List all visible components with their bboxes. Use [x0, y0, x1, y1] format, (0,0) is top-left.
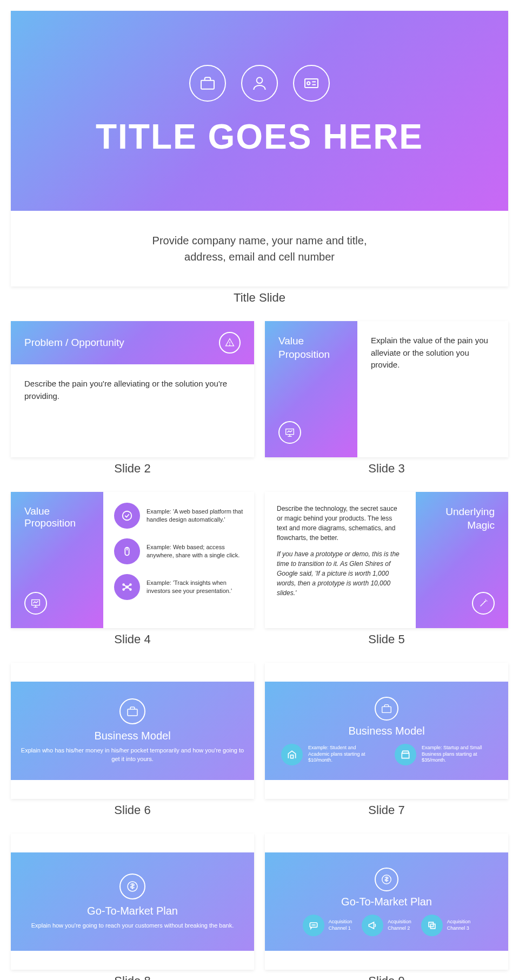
- svg-rect-0: [201, 81, 214, 89]
- briefcase-icon: [189, 65, 226, 102]
- svg-rect-27: [128, 709, 137, 716]
- s8-desc: Explain how you're going to reach your c…: [31, 922, 234, 930]
- s3-body: Explain the value of the pain you allevi…: [357, 321, 508, 457]
- s5-p2: If you have a prototype or demo, this is…: [277, 549, 404, 598]
- s9-mid: Go-To-Market Plan Acquisition Channel 1 …: [265, 852, 508, 951]
- briefcase-icon: [119, 698, 145, 724]
- s2-label: Slide 2: [11, 462, 254, 476]
- s9-a1: Acquisition Channel 1: [329, 919, 352, 931]
- svg-point-14: [123, 511, 132, 521]
- s7-title: Business Model: [348, 725, 424, 737]
- title-top: TITLE GOES HERE: [11, 11, 508, 211]
- warning-icon: [219, 332, 241, 354]
- s5-body: Describe the technology, the secret sauc…: [265, 492, 416, 628]
- svg-line-26: [481, 601, 487, 606]
- s6-mid: Business Model Explain who has his/her m…: [11, 682, 254, 780]
- wand-icon: [472, 592, 495, 615]
- svg-point-3: [307, 82, 310, 84]
- svg-rect-28: [382, 706, 391, 712]
- id-card-icon: [293, 65, 330, 102]
- svg-point-36: [315, 924, 315, 925]
- building-icon: [281, 744, 303, 765]
- s3-left: Value Proposition: [265, 321, 357, 457]
- s4-left: Value Proposition: [11, 492, 103, 628]
- s8-mid: Go-To-Market Plan Explain how you're goi…: [11, 852, 254, 951]
- s6-title: Business Model: [94, 730, 170, 742]
- presentation-icon: [24, 592, 47, 615]
- dollar-icon: [119, 874, 145, 899]
- title-subtitle: Provide company name, your name and titl…: [11, 211, 508, 286]
- slide-2: Problem / Opportunity Describe the pain …: [11, 321, 254, 457]
- s5-right: Underlying Magic: [416, 492, 508, 628]
- s3-title: Value Proposition: [278, 335, 344, 361]
- s2-title: Problem / Opportunity: [24, 337, 124, 349]
- slide-6: Business Model Explain who has his/her m…: [11, 663, 254, 799]
- s4-i2: Example: Web based; access anywhere, sha…: [147, 543, 243, 560]
- user-icon: [241, 65, 278, 102]
- s2-body: Describe the pain you're alleviating or …: [11, 364, 254, 416]
- s6-label: Slide 6: [11, 803, 254, 817]
- s5-title: Underlying Magic: [445, 505, 495, 532]
- s7-label: Slide 7: [265, 803, 508, 817]
- svg-point-34: [312, 924, 312, 925]
- title-slide: TITLE GOES HERE Provide company name, yo…: [11, 11, 508, 286]
- slide-5: Describe the technology, the secret sauc…: [265, 492, 508, 628]
- s9-a3: Acquisition Channel 3: [447, 919, 471, 931]
- s2-header: Problem / Opportunity: [11, 321, 254, 364]
- svg-point-7: [230, 345, 230, 345]
- s7-mid: Business Model Example: Student and Acad…: [265, 682, 508, 780]
- presentation-icon: [278, 421, 301, 444]
- s4-items: Example: 'A web based platform that hand…: [103, 492, 254, 628]
- slide-8: Go-To-Market Plan Explain how you're goi…: [11, 834, 254, 970]
- slide-7: Business Model Example: Student and Acad…: [265, 663, 508, 799]
- svg-point-35: [313, 924, 314, 925]
- check-icon: [114, 503, 140, 529]
- s4-label: Slide 4: [11, 632, 254, 646]
- megaphone-icon: [362, 915, 383, 936]
- network-icon: [114, 574, 140, 600]
- s7-i1: Example: Student and Academic plans star…: [308, 745, 378, 764]
- s5-p1: Describe the technology, the secret sauc…: [277, 504, 404, 543]
- shop-icon: [395, 744, 416, 765]
- dollar-icon: [375, 868, 398, 891]
- s5-label: Slide 5: [265, 632, 508, 646]
- s4-title: Value Proposition: [24, 505, 90, 529]
- s4-i3: Example: 'Track insights when investors …: [147, 579, 243, 596]
- s9-title: Go-To-Market Plan: [341, 896, 432, 908]
- s9-label: Slide 9: [265, 974, 508, 980]
- s8-label: Slide 8: [11, 974, 254, 980]
- s7-i2: Example: Startup and Small Business plan…: [422, 745, 492, 764]
- title-label: Title Slide: [11, 291, 508, 305]
- s4-i1: Example: 'A web based platform that hand…: [147, 508, 243, 524]
- slide-4: Value Proposition Example: 'A web based …: [11, 492, 254, 628]
- main-title: TITLE GOES HERE: [96, 117, 423, 157]
- s8-title: Go-To-Market Plan: [87, 905, 178, 917]
- s3-label: Slide 3: [265, 462, 508, 476]
- s6-desc: Explain who has his/her money in his/her…: [19, 746, 246, 763]
- chat-icon: [303, 915, 324, 936]
- slide-3: Value Proposition Explain the value of t…: [265, 321, 508, 457]
- slide-9: Go-To-Market Plan Acquisition Channel 1 …: [265, 834, 508, 970]
- svg-rect-29: [291, 755, 294, 758]
- briefcase-icon: [375, 697, 398, 721]
- mouse-icon: [114, 538, 140, 564]
- layers-icon: [421, 915, 443, 936]
- s9-a2: Acquisition Channel 2: [388, 919, 411, 931]
- icon-row: [189, 65, 330, 102]
- svg-point-1: [257, 77, 263, 83]
